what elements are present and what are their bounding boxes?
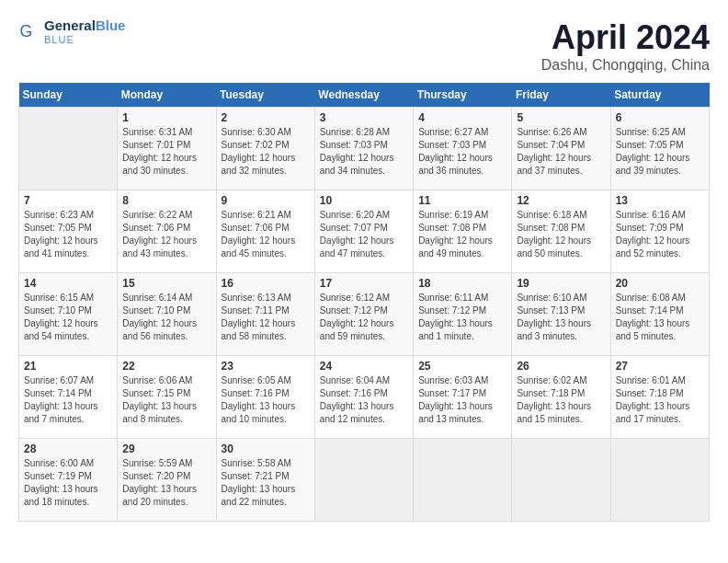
page-header: G GeneralBlue BLUE April 2024 Dashu, Cho… [18,18,710,74]
cell-details: Sunrise: 6:02 AM Sunset: 7:18 PM Dayligh… [517,374,605,426]
cell-details: Sunrise: 6:15 AM Sunset: 7:10 PM Dayligh… [24,292,112,343]
day-number: 29 [122,442,210,455]
calendar-cell [19,108,118,190]
day-number: 10 [320,194,408,207]
day-number: 19 [517,277,605,290]
calendar-cell: 21Sunrise: 6:07 AM Sunset: 7:14 PM Dayli… [19,356,118,439]
calendar-cell: 4Sunrise: 6:27 AM Sunset: 7:03 PM Daylig… [414,108,512,190]
cell-details: Sunrise: 6:27 AM Sunset: 7:03 PM Dayligh… [418,126,506,178]
calendar-cell: 22Sunrise: 6:06 AM Sunset: 7:15 PM Dayli… [118,356,216,439]
day-number: 20 [616,277,704,290]
cell-details: Sunrise: 6:19 AM Sunset: 7:08 PM Dayligh… [418,209,506,260]
day-number: 25 [418,360,506,373]
calendar-cell: 28Sunrise: 6:00 AM Sunset: 7:19 PM Dayli… [19,439,118,522]
calendar-cell: 2Sunrise: 6:30 AM Sunset: 7:02 PM Daylig… [216,108,314,190]
day-number: 12 [517,194,605,207]
calendar-cell [610,439,709,522]
cell-details: Sunrise: 6:20 AM Sunset: 7:07 PM Dayligh… [320,209,408,260]
title-block: April 2024 Dashu, Chongqing, China [541,18,710,74]
calendar-cell: 30Sunrise: 5:58 AM Sunset: 7:21 PM Dayli… [216,439,314,522]
calendar-cell: 12Sunrise: 6:18 AM Sunset: 7:08 PM Dayli… [512,190,610,273]
calendar-cell [314,439,413,522]
day-number: 30 [222,442,310,455]
calendar-cell: 19Sunrise: 6:10 AM Sunset: 7:13 PM Dayli… [512,273,610,356]
week-row-5: 28Sunrise: 6:00 AM Sunset: 7:19 PM Dayli… [19,439,710,522]
logo-icon: G [18,20,40,42]
cell-details: Sunrise: 6:21 AM Sunset: 7:06 PM Dayligh… [222,209,310,260]
day-number: 24 [320,360,408,373]
day-number: 13 [616,194,704,207]
calendar-cell: 17Sunrise: 6:12 AM Sunset: 7:12 PM Dayli… [314,273,413,356]
calendar-cell: 14Sunrise: 6:15 AM Sunset: 7:10 PM Dayli… [19,273,118,356]
cell-details: Sunrise: 6:18 AM Sunset: 7:08 PM Dayligh… [517,209,605,260]
calendar-cell: 25Sunrise: 6:03 AM Sunset: 7:17 PM Dayli… [414,356,512,439]
day-number: 27 [616,360,704,373]
cell-details: Sunrise: 6:00 AM Sunset: 7:19 PM Dayligh… [24,457,112,509]
cell-details: Sunrise: 6:26 AM Sunset: 7:04 PM Dayligh… [517,126,605,178]
cell-details: Sunrise: 5:59 AM Sunset: 7:20 PM Dayligh… [122,457,210,509]
calendar-cell: 1Sunrise: 6:31 AM Sunset: 7:01 PM Daylig… [118,108,216,190]
header-tuesday: Tuesday [216,83,314,108]
logo-blue: Blue [96,17,126,33]
location: Dashu, Chongqing, China [541,57,710,74]
cell-details: Sunrise: 6:16 AM Sunset: 7:09 PM Dayligh… [616,209,704,260]
cell-details: Sunrise: 6:10 AM Sunset: 7:13 PM Dayligh… [517,292,605,343]
calendar-cell: 23Sunrise: 6:05 AM Sunset: 7:16 PM Dayli… [216,356,314,439]
calendar-cell: 8Sunrise: 6:22 AM Sunset: 7:06 PM Daylig… [118,190,216,273]
day-number: 8 [122,194,210,207]
calendar-cell: 11Sunrise: 6:19 AM Sunset: 7:08 PM Dayli… [414,190,512,273]
header-row: SundayMondayTuesdayWednesdayThursdayFrid… [19,83,710,108]
calendar-cell: 7Sunrise: 6:23 AM Sunset: 7:05 PM Daylig… [19,190,118,273]
cell-details: Sunrise: 6:31 AM Sunset: 7:01 PM Dayligh… [122,126,210,178]
cell-details: Sunrise: 6:11 AM Sunset: 7:12 PM Dayligh… [418,292,506,343]
cell-details: Sunrise: 6:04 AM Sunset: 7:16 PM Dayligh… [320,374,408,426]
calendar-cell: 20Sunrise: 6:08 AM Sunset: 7:14 PM Dayli… [610,273,709,356]
day-number: 4 [418,111,506,124]
header-monday: Monday [118,83,216,108]
cell-details: Sunrise: 6:30 AM Sunset: 7:02 PM Dayligh… [222,126,310,178]
calendar-cell: 13Sunrise: 6:16 AM Sunset: 7:09 PM Dayli… [610,190,709,273]
calendar-cell: 10Sunrise: 6:20 AM Sunset: 7:07 PM Dayli… [314,190,413,273]
calendar-cell: 16Sunrise: 6:13 AM Sunset: 7:11 PM Dayli… [216,273,314,356]
logo: G GeneralBlue BLUE [18,18,125,45]
calendar-cell: 29Sunrise: 5:59 AM Sunset: 7:20 PM Dayli… [118,439,216,522]
day-number: 9 [222,194,310,207]
day-number: 3 [320,111,408,124]
day-number: 15 [122,277,210,290]
cell-details: Sunrise: 6:28 AM Sunset: 7:03 PM Dayligh… [320,126,408,178]
day-number: 14 [24,277,112,290]
header-sunday: Sunday [19,83,118,108]
calendar-cell: 9Sunrise: 6:21 AM Sunset: 7:06 PM Daylig… [216,190,314,273]
week-row-2: 7Sunrise: 6:23 AM Sunset: 7:05 PM Daylig… [19,190,710,273]
day-number: 22 [122,360,210,373]
cell-details: Sunrise: 6:06 AM Sunset: 7:15 PM Dayligh… [122,374,210,426]
day-number: 18 [418,277,506,290]
cell-details: Sunrise: 6:08 AM Sunset: 7:14 PM Dayligh… [616,292,704,343]
header-thursday: Thursday [414,83,512,108]
calendar-cell [414,439,512,522]
cell-details: Sunrise: 6:23 AM Sunset: 7:05 PM Dayligh… [24,209,112,260]
calendar-cell: 27Sunrise: 6:01 AM Sunset: 7:18 PM Dayli… [610,356,709,439]
calendar-cell: 18Sunrise: 6:11 AM Sunset: 7:12 PM Dayli… [414,273,512,356]
week-row-1: 1Sunrise: 6:31 AM Sunset: 7:01 PM Daylig… [19,108,710,190]
cell-details: Sunrise: 6:13 AM Sunset: 7:11 PM Dayligh… [222,292,310,343]
cell-details: Sunrise: 6:01 AM Sunset: 7:18 PM Dayligh… [616,374,704,426]
day-number: 28 [24,442,112,455]
day-number: 16 [222,277,310,290]
calendar-cell: 24Sunrise: 6:04 AM Sunset: 7:16 PM Dayli… [314,356,413,439]
day-number: 23 [222,360,310,373]
svg-text:G: G [20,22,33,40]
calendar-cell: 26Sunrise: 6:02 AM Sunset: 7:18 PM Dayli… [512,356,610,439]
cell-details: Sunrise: 6:12 AM Sunset: 7:12 PM Dayligh… [320,292,408,343]
header-friday: Friday [512,83,610,108]
week-row-4: 21Sunrise: 6:07 AM Sunset: 7:14 PM Dayli… [19,356,710,439]
day-number: 26 [517,360,605,373]
calendar-cell: 3Sunrise: 6:28 AM Sunset: 7:03 PM Daylig… [314,108,413,190]
month-title: April 2024 [541,18,710,57]
day-number: 2 [222,111,310,124]
logo-tagline: BLUE [44,34,125,45]
calendar-cell [512,439,610,522]
header-saturday: Saturday [610,83,709,108]
day-number: 6 [616,111,704,124]
calendar-cell: 15Sunrise: 6:14 AM Sunset: 7:10 PM Dayli… [118,273,216,356]
